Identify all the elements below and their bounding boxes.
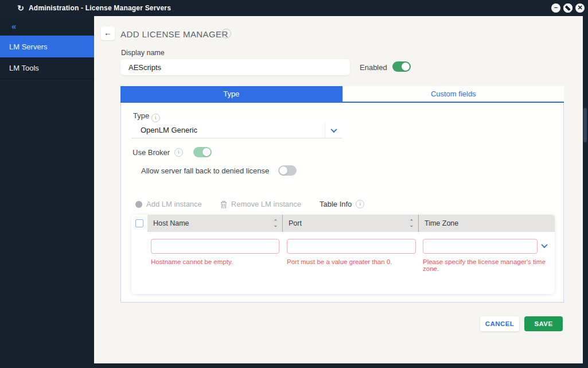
column-label: Port	[289, 219, 409, 227]
info-icon[interactable]: i	[174, 148, 183, 157]
host-name-error: Hostname cannot be empty.	[151, 258, 233, 265]
port-input[interactable]	[287, 239, 416, 254]
info-icon[interactable]: i	[151, 114, 160, 122]
table-info-label: Table Info	[320, 200, 352, 208]
add-lm-instance-button[interactable]: Add LM instance	[135, 200, 202, 208]
time-zone-input[interactable]	[423, 239, 538, 254]
sidebar: « LM Servers LM Tools	[0, 16, 94, 368]
use-broker-label: Use Broker	[133, 148, 170, 157]
window-title: Administration - License Manager Servers	[29, 4, 171, 12]
sidebar-item-lm-servers[interactable]: LM Servers	[0, 36, 94, 57]
use-broker-row: Use Broker i	[133, 147, 212, 157]
chevron-down-icon[interactable]	[541, 242, 547, 248]
sort-icon[interactable]: ⌃⌄	[273, 220, 278, 227]
page-title: ADD LICENSE MANAGER	[120, 29, 228, 39]
column-header-port[interactable]: Port ⌃⌄	[283, 215, 419, 232]
add-instance-icon	[135, 201, 142, 208]
column-header-time-zone[interactable]: Time Zone	[419, 215, 555, 232]
use-broker-toggle[interactable]	[193, 147, 212, 157]
main-content: ← ADD LICENSE MANAGER i Display name Ena…	[94, 16, 583, 363]
maximize-disabled-icon[interactable]	[563, 3, 573, 13]
column-header-host-name[interactable]: Host Name ⌃⌄	[147, 215, 283, 232]
arrow-left-icon: ←	[104, 28, 112, 37]
enabled-label: Enabled	[360, 63, 387, 72]
select-chevron-box	[325, 122, 342, 138]
remove-lm-instance-label: Remove LM instance	[231, 200, 301, 208]
sidebar-item-label: LM Tools	[9, 64, 39, 72]
time-zone-error: Please specify the license manager's tim…	[423, 258, 555, 272]
sidebar-item-lm-tools[interactable]: LM Tools	[0, 57, 94, 79]
sort-icon[interactable]: ⌃⌄	[409, 220, 414, 227]
toggle-knob	[279, 166, 287, 175]
display-name-label: Display name	[121, 49, 165, 57]
column-label: Time Zone	[425, 219, 550, 227]
toggle-knob	[203, 148, 211, 156]
minimize-icon[interactable]: −	[551, 3, 560, 13]
app-logo-icon: ↻	[16, 3, 25, 13]
tab-label: Custom fields	[431, 90, 476, 98]
close-icon[interactable]: ✕	[575, 3, 585, 13]
info-icon[interactable]: i	[221, 29, 231, 38]
chevron-down-icon	[330, 126, 337, 132]
type-label: Type	[133, 111, 149, 120]
select-all-cell	[131, 215, 147, 232]
fallback-label: Allow server fall back to denied license	[141, 166, 269, 175]
chevron-double-left-icon: «	[11, 21, 16, 31]
title-bar: ↻ Administration - License Manager Serve…	[0, 0, 588, 16]
form-panel: Type Custom fields Type i OpenLM Generic…	[120, 86, 564, 303]
toggle-knob	[402, 63, 410, 71]
tab-label: Type	[223, 90, 239, 98]
select-all-checkbox[interactable]	[135, 219, 143, 227]
enabled-toggle[interactable]	[392, 61, 411, 72]
sidebar-item-label: LM Servers	[9, 42, 47, 51]
back-button[interactable]: ←	[101, 26, 115, 40]
scrollbar-thumb[interactable]	[583, 108, 587, 142]
column-label: Host Name	[153, 219, 273, 227]
table-info-button[interactable]: Table Info i	[320, 200, 364, 208]
type-select[interactable]: OpenLM Generic	[131, 122, 342, 138]
table-header-row: Host Name ⌃⌄ Port ⌃⌄ Time Zone	[131, 215, 555, 232]
tab-bar: Type Custom fields	[120, 86, 564, 103]
host-name-input[interactable]	[151, 239, 279, 254]
lm-instances-table: Host Name ⌃⌄ Port ⌃⌄ Time Zone Hostname …	[131, 215, 555, 294]
table-header-group: Host Name ⌃⌄ Port ⌃⌄ Time Zone	[147, 215, 555, 232]
port-error: Port must be a value greater than 0.	[287, 258, 392, 265]
save-button[interactable]: SAVE	[524, 316, 563, 331]
type-field-label-row: Type i	[133, 111, 160, 122]
window-controls: − ✕	[551, 3, 585, 13]
fallback-toggle[interactable]	[278, 165, 297, 176]
sidebar-collapse-button[interactable]: «	[0, 16, 94, 36]
tab-type[interactable]: Type	[120, 86, 342, 102]
table-toolbar: Add LM instance Remove LM instance Table…	[135, 200, 364, 208]
tab-custom-fields[interactable]: Custom fields	[342, 86, 564, 102]
info-icon: i	[356, 200, 364, 208]
display-name-input[interactable]	[120, 59, 350, 75]
remove-lm-instance-button[interactable]: Remove LM instance	[220, 200, 301, 208]
fallback-row: Allow server fall back to denied license	[141, 165, 297, 176]
cancel-button[interactable]: CANCEL	[480, 316, 519, 331]
add-lm-instance-label: Add LM instance	[146, 200, 202, 208]
type-select-value: OpenLM Generic	[131, 126, 325, 134]
trash-icon	[220, 200, 227, 208]
